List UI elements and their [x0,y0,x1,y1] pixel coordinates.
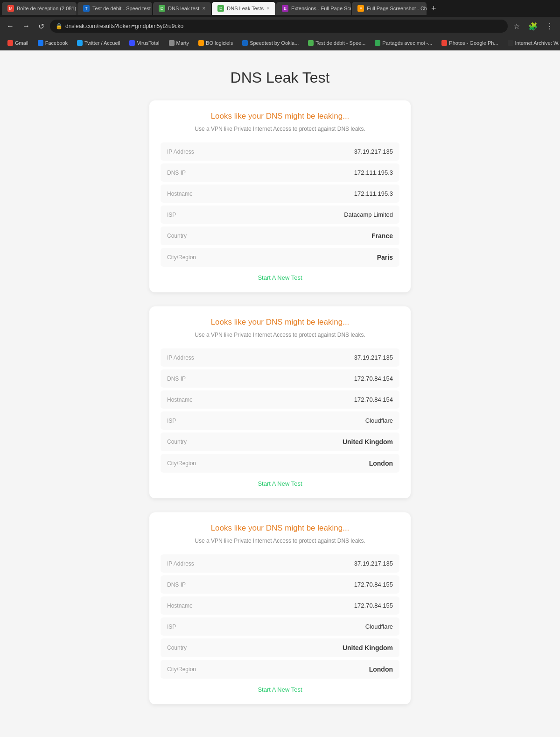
bookmark-test-debit[interactable]: Test de débit - Spee... [304,39,369,47]
card-3-value-hostname: 172.70.84.155 [354,602,393,609]
card-1-new-test-link[interactable]: Start A New Test [161,274,399,281]
card-1-label-ip: IP Address [167,149,194,155]
card-2-warning-title: Looks like your DNS might be leaking... [161,318,399,327]
bookmarks-bar: Gmail Facebook Twitter / Accueil VirusTo… [0,35,560,50]
bookmark-bo-logiciels[interactable]: BO logiciels [195,39,237,47]
tab-extensions[interactable]: E Extensions - Full Page Scre... × [276,2,351,15]
nav-bar: ← → ↺ 🔒 dnsleak.com/results?token=gmdpbm… [0,17,560,35]
card-3-row-hostname: Hostname 172.70.84.155 [161,596,399,615]
tab-dns-leak-tests-active[interactable]: D DNS Leak Tests × [212,2,275,15]
bookmark-favicon-gmail [7,40,13,46]
page-title: DNS Leak Test [9,69,551,86]
menu-button[interactable]: ⋮ [543,20,556,33]
new-tab-button[interactable]: + [427,4,440,14]
tab-label-dns-leak-tests-active: DNS Leak Tests [227,6,264,11]
card-2-value-dns-ip: 172.70.84.154 [354,375,393,382]
card-1-row-hostname: Hostname 172.111.195.3 [161,184,399,203]
extensions-button[interactable]: 🧩 [525,20,540,33]
tab-favicon-full-page-screenshot: F [357,5,364,12]
result-card-2: Looks like your DNS might be leaking... … [149,306,411,498]
tab-gmail[interactable]: M Boîte de réception (2.081) × [2,2,77,15]
card-1-value-hostname: 172.111.195.3 [354,190,393,197]
bookmark-label-partages: Partagés avec moi -... [382,40,432,46]
bookmark-label-photos: Photos - Google Ph... [449,40,498,46]
card-1-value-country: France [371,232,393,240]
tab-speedtest[interactable]: T Test de débit - Speed test × [77,2,152,15]
card-2-row-city: City/Region London [161,454,399,473]
bookmark-label-bo-logiciels: BO logiciels [206,40,233,46]
star-button[interactable]: ☆ [511,20,523,33]
card-2-label-country: Country [167,439,187,445]
card-1-row-ip: IP Address 37.19.217.135 [161,142,399,161]
card-2-value-country: United Kingdom [343,438,393,446]
address-bar[interactable]: 🔒 dnsleak.com/results?token=gmdpbm5yt2iu… [50,20,508,33]
card-1-label-country: Country [167,233,187,239]
tab-favicon-gmail: M [7,5,14,12]
bookmark-virustotal[interactable]: VirusTotal [126,39,163,47]
card-1-row-city: City/Region Paris [161,248,399,267]
bookmark-gmail[interactable]: Gmail [4,39,32,47]
bookmark-favicon-facebook [38,40,43,46]
card-2-label-ip: IP Address [167,354,194,361]
card-2-row-isp: ISP Cloudflare [161,411,399,430]
bookmark-photos[interactable]: Photos - Google Ph... [438,39,502,47]
tab-label-speedtest: Test de débit - Speed test [92,6,151,11]
card-3-value-city: London [369,666,393,673]
card-1-value-city: Paris [377,254,393,261]
security-lock-icon: 🔒 [56,23,63,29]
card-3-label-city: City/Region [167,666,196,673]
card-3-warning-title: Looks like your DNS might be leaking... [161,524,399,533]
card-1-label-hostname: Hostname [167,191,193,197]
card-2-value-ip: 37.19.217.135 [354,354,393,361]
bookmark-label-test-debit: Test de débit - Spee... [315,40,365,46]
bookmark-label-internet-archive: Internet Archive: W... [515,40,560,46]
bookmark-favicon-partages [375,40,380,46]
card-2-label-city: City/Region [167,460,196,467]
tab-favicon-extensions: E [282,5,288,12]
card-1-value-ip: 37.19.217.135 [354,148,393,155]
bookmark-favicon-marty [169,40,175,46]
card-2-label-dns-ip: DNS IP [167,376,186,382]
card-3-row-country: Country United Kingdom [161,638,399,657]
card-2-row-hostname: Hostname 172.70.84.154 [161,390,399,409]
bookmark-favicon-bo-logiciels [198,40,204,46]
card-2-warning-desc: Use a VPN like Private Internet Access t… [161,331,399,339]
card-3-label-dns-ip: DNS IP [167,581,186,588]
bookmark-favicon-speedtest [242,40,248,46]
card-1-label-city: City/Region [167,254,196,261]
bookmark-twitter[interactable]: Twitter / Accueil [73,39,124,47]
bookmark-label-facebook: Facebook [45,40,68,46]
bookmark-label-gmail: Gmail [15,40,28,46]
card-3-row-isp: ISP Cloudflare [161,617,399,636]
tab-dns-leak-test[interactable]: D DNS leak test × [153,2,211,15]
tab-label-gmail: Boîte de réception (2.081) [17,6,76,11]
card-2-row-dns-ip: DNS IP 172.70.84.154 [161,369,399,388]
card-3-warning-desc: Use a VPN like Private Internet Access t… [161,537,399,545]
forward-button[interactable]: → [20,20,33,32]
bookmark-facebook[interactable]: Facebook [34,39,71,47]
browser-chrome: M Boîte de réception (2.081) × T Test de… [0,0,560,50]
bookmark-favicon-photos [441,40,447,46]
card-3-row-dns-ip: DNS IP 172.70.84.155 [161,575,399,594]
tab-close-dns-leak-tests-active[interactable]: × [266,5,270,12]
back-button[interactable]: ← [4,20,17,32]
bookmark-marty[interactable]: Marty [165,39,193,47]
bookmark-partages[interactable]: Partagés avec moi -... [371,39,436,47]
reload-button[interactable]: ↺ [35,20,47,33]
card-2-value-city: London [369,460,393,467]
card-1-value-isp: Datacamp Limited [344,211,393,218]
card-3-value-isp: Cloudflare [365,623,393,630]
page-content: DNS Leak Test Looks like your DNS might … [0,50,560,737]
tab-full-page-screenshot[interactable]: F Full Page Screenshot - Chr... × [352,2,427,15]
tab-close-dns-leak-test[interactable]: × [202,5,205,12]
bookmark-label-marty: Marty [176,40,189,46]
card-3-new-test-link[interactable]: Start A New Test [161,686,399,693]
card-2-value-hostname: 172.70.84.154 [354,396,393,403]
bookmark-internet-archive[interactable]: Internet Archive: W... [504,39,560,47]
bookmark-speedtest[interactable]: Speedtest by Ookla... [238,39,302,47]
bookmark-favicon-virustotal [129,40,135,46]
card-2-new-test-link[interactable]: Start A New Test [161,480,399,487]
tab-label-extensions: Extensions - Full Page Scre... [291,6,351,11]
card-2-value-isp: Cloudflare [365,417,393,424]
card-3-value-dns-ip: 172.70.84.155 [354,581,393,588]
